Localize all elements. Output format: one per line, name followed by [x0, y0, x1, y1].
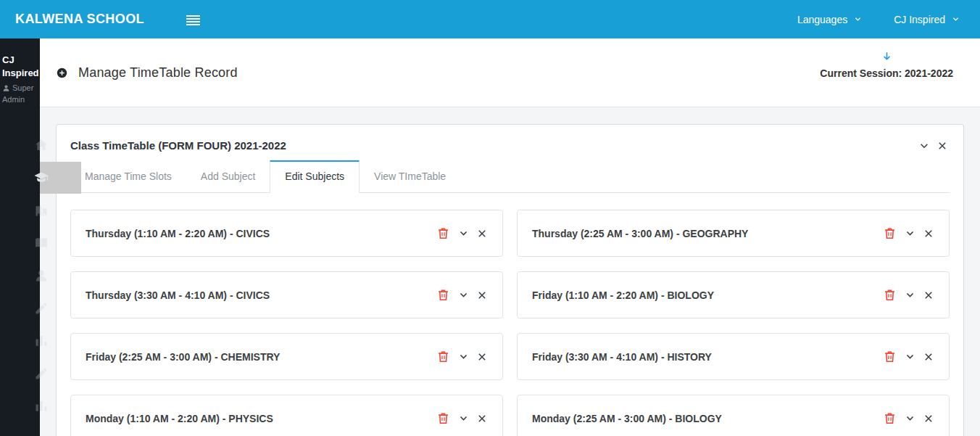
delete-subject-button[interactable]: [883, 226, 897, 240]
delete-subject-button[interactable]: [436, 226, 450, 240]
tab-bar: Manage Time SlotsAdd SubjectEdit Subject…: [70, 160, 950, 193]
sidebar-item-home[interactable]: [0, 129, 40, 162]
sidebar-profile: CJ Inspired Super Admin: [0, 38, 40, 105]
sidebar-nav: [0, 129, 40, 423]
subject-slot-card: Friday (1:10 AM - 2:20 AM) - BIOLOGY: [517, 271, 950, 318]
home-icon: [34, 138, 49, 152]
close-icon: [923, 229, 934, 239]
chevron-down-icon: [905, 352, 915, 361]
trash-icon: [883, 350, 897, 363]
delete-subject-button[interactable]: [883, 350, 897, 363]
subject-slot-label: Friday (2:25 AM - 3:00 AM) - CHEMISTRY: [86, 351, 280, 363]
close-subject-button[interactable]: [477, 290, 487, 300]
collapse-subject-button[interactable]: [459, 229, 468, 238]
top-navbar: KALWENA SCHOOL Languages CJ Inspired: [0, 0, 980, 38]
trash-icon: [436, 288, 450, 302]
delete-subject-button[interactable]: [436, 288, 450, 302]
sidebar-user-name: CJ Inspired: [2, 54, 38, 80]
tab-add-subject[interactable]: Add Subject: [186, 161, 270, 192]
chevron-down-icon: [905, 414, 915, 423]
delete-subject-button[interactable]: [883, 411, 897, 425]
tab-edit-subjects[interactable]: Edit Subjects: [270, 160, 360, 193]
chevron-down-icon: [854, 15, 862, 23]
pencil-icon: [34, 366, 49, 381]
sidebar-item-pencil[interactable]: [0, 292, 40, 325]
close-icon: [923, 290, 934, 300]
delete-subject-button[interactable]: [436, 411, 450, 425]
user-menu[interactable]: CJ Inspired: [894, 14, 960, 25]
collapse-subject-button[interactable]: [459, 290, 468, 300]
sidebar-item-bar-chart[interactable]: [0, 325, 40, 358]
subject-slot-card: Thursday (2:25 AM - 3:00 AM) - GEOGRAPHY: [517, 210, 950, 257]
close-subject-button[interactable]: [477, 229, 487, 239]
delete-subject-button[interactable]: [436, 350, 450, 363]
close-icon: [923, 352, 934, 362]
close-icon: [477, 229, 487, 239]
user-menu-label: CJ Inspired: [894, 14, 945, 25]
close-icon: [477, 414, 487, 424]
chevron-down-icon: [905, 290, 915, 300]
chevron-down-icon: [459, 229, 468, 238]
close-subject-button[interactable]: [923, 290, 934, 300]
add-circle-icon[interactable]: [56, 67, 68, 79]
collapse-subject-button[interactable]: [905, 290, 915, 300]
main-area: Manage TimeTable Record Current Session:…: [40, 38, 980, 436]
subject-slot-label: Monday (1:10 AM - 2:20 AM) - PHYSICS: [86, 413, 273, 424]
sidebar-item-bar-chart[interactable]: [0, 390, 40, 423]
arrow-down-icon[interactable]: [881, 50, 893, 62]
close-subject-button[interactable]: [923, 229, 934, 239]
tab-view-timetable[interactable]: View TImeTable: [360, 161, 460, 192]
subject-slot-card: Thursday (1:10 AM - 2:20 AM) - CIVICS: [70, 210, 503, 257]
close-subject-button[interactable]: [923, 414, 934, 424]
collapse-subject-button[interactable]: [905, 352, 915, 361]
subject-slot-card: Monday (1:10 AM - 2:20 AM) - PHYSICS: [70, 395, 503, 436]
tab-manage-time-slots[interactable]: Manage Time Slots: [70, 161, 186, 192]
subject-slot-label: Thursday (2:25 AM - 3:00 AM) - GEOGRAPHY: [532, 228, 748, 239]
school-building-icon: [34, 203, 49, 218]
timetable-panel: Class TimeTable (FORM FOUR) 2021-2022 Ma…: [56, 124, 964, 436]
collapse-subject-button[interactable]: [459, 352, 468, 361]
close-icon: [477, 290, 487, 300]
trash-icon: [883, 411, 897, 425]
collapse-subject-button[interactable]: [905, 414, 915, 423]
close-subject-button[interactable]: [477, 352, 487, 362]
graduation-cap-icon: [34, 170, 49, 185]
sidebar-item-student[interactable]: [0, 260, 40, 292]
chevron-down-icon: [459, 290, 468, 300]
page-header: Manage TimeTable Record Current Session:…: [40, 38, 980, 107]
trash-icon: [883, 226, 897, 240]
top-right-menu: Languages CJ Inspired: [797, 14, 980, 25]
close-subject-button[interactable]: [923, 352, 934, 362]
content-area: Class TimeTable (FORM FOUR) 2021-2022 Ma…: [40, 107, 980, 436]
delete-subject-button[interactable]: [883, 288, 897, 302]
sidebar-item-school-building[interactable]: [0, 194, 40, 227]
close-panel-button[interactable]: [937, 141, 947, 151]
app-title[interactable]: KALWENA SCHOOL: [15, 12, 144, 27]
subject-slot-label: Thursday (3:30 AM - 4:10 AM) - CIVICS: [86, 289, 270, 301]
close-subject-button[interactable]: [477, 414, 487, 424]
languages-menu[interactable]: Languages: [797, 14, 862, 25]
panel-header: Class TimeTable (FORM FOUR) 2021-2022: [57, 125, 963, 152]
chevron-down-icon: [952, 15, 960, 23]
subject-slot-card: Monday (2:25 AM - 3:00 AM) - BIOLOGY: [517, 395, 950, 436]
current-session-label: Current Session: 2021-2022: [820, 67, 953, 79]
trash-icon: [436, 350, 450, 363]
trash-icon: [436, 226, 450, 240]
collapse-subject-button[interactable]: [905, 229, 915, 238]
close-icon: [477, 352, 487, 362]
chevron-down-icon: [919, 141, 929, 151]
menu-toggle-icon[interactable]: [186, 15, 200, 25]
pencil-icon: [34, 301, 49, 316]
trash-icon: [436, 411, 450, 425]
sidebar-item-graduation-cap[interactable]: [0, 162, 40, 194]
book-icon: [34, 236, 49, 250]
sidebar-item-pencil[interactable]: [0, 358, 40, 390]
sidebar-item-book[interactable]: [0, 227, 40, 260]
collapse-subject-button[interactable]: [459, 414, 468, 423]
close-icon: [937, 141, 947, 151]
languages-menu-label: Languages: [797, 14, 847, 25]
subject-slot-label: Friday (1:10 AM - 2:20 AM) - BIOLOGY: [532, 289, 714, 301]
collapse-panel-button[interactable]: [919, 141, 929, 151]
chevron-down-icon: [905, 229, 915, 238]
student-icon: [34, 268, 49, 283]
